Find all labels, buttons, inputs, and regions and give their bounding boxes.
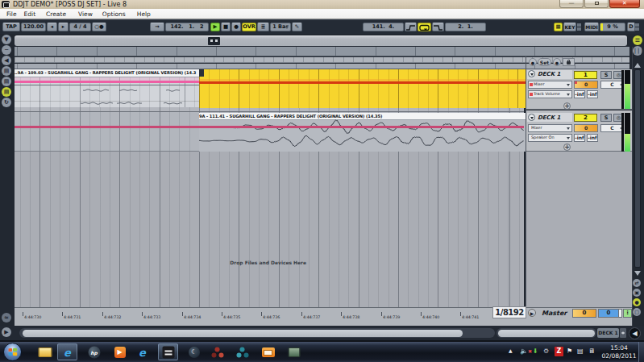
tray-clock-date[interactable]: 02/08/2011	[598, 352, 640, 360]
track2-lane[interactable]: 9A - 111.41 - SUGARHILL GANG - RAPPERS D…	[15, 111, 524, 152]
tray-clock-time[interactable]: 15:04	[603, 344, 635, 352]
h-scrollbar2-thumb[interactable]	[498, 330, 595, 337]
tray-action-center-icon[interactable]: ⚑	[567, 347, 572, 355]
tray-volume-muted-icon[interactable]: 🔈✖	[520, 347, 532, 355]
track1-pan-value[interactable]: C	[600, 81, 624, 89]
track2-envelope-line[interactable]	[15, 126, 524, 128]
tray-zonealarm-icon[interactable]: Z	[555, 347, 563, 356]
master-fold-icon[interactable]: ▶	[528, 309, 536, 317]
track1-envelope-line-pink[interactable]	[15, 81, 199, 83]
loop-start-field[interactable]: 141. 4.	[363, 23, 404, 31]
track1-header[interactable]: DECK 1 1 S ◎ Mixer 0 C Track Volume -inf…	[526, 69, 632, 110]
track1-envelope-line-red[interactable]	[199, 81, 526, 84]
scroll-up-icon[interactable]	[634, 60, 641, 68]
plugin-browser-icon[interactable]: ◀	[2, 56, 11, 65]
nudge-up-button[interactable]: ▸	[58, 23, 69, 31]
browser-chooser-icon[interactable]: ▼	[2, 35, 11, 44]
file-browser-2-icon[interactable]: ▤	[2, 77, 11, 86]
tray-update-icon[interactable]: ⬇	[533, 347, 538, 355]
menu-create[interactable]: Create	[46, 10, 66, 18]
hot-swap-icon[interactable]: ↻	[2, 98, 11, 107]
track2-control-chooser[interactable]: Speaker On	[528, 134, 572, 142]
track2-add-lane-button[interactable]: +	[563, 144, 571, 151]
track2-pan-value[interactable]: C	[600, 124, 624, 132]
taskbar-media-icon[interactable]: ▶	[110, 343, 130, 360]
track1-clip-left[interactable]: ..9A - 109.03 - SUGARHILL GANG - RAPPERS…	[15, 69, 199, 107]
delay-section-toggle-icon[interactable]: ▢	[633, 308, 641, 316]
track2-header[interactable]: DECK 1 2 S ◎ Mixer 0 C Speaker On -inf -…	[526, 110, 632, 152]
taskbar-mail-icon[interactable]	[258, 343, 278, 360]
follow-button[interactable]: →	[150, 23, 164, 31]
file-browser-3-icon[interactable]: ▤	[2, 87, 11, 97]
arrangement-position-display[interactable]: 142. 1. 2	[165, 23, 209, 31]
beat-time-ruler[interactable]	[15, 47, 629, 56]
back-to-arrangement-button[interactable]: ≣	[257, 23, 269, 31]
h-scrollbar-thumb[interactable]	[23, 330, 463, 337]
vertical-scrollbar[interactable]	[634, 69, 641, 268]
punch-in-button[interactable]	[405, 23, 417, 31]
overdub-button[interactable]: OVR	[242, 23, 256, 31]
detail-view-toggle-icon[interactable]: ▶	[2, 327, 11, 337]
io-section-toggle-icon[interactable]: ⇄	[633, 279, 641, 287]
taskbar-ie-icon[interactable]: e	[57, 343, 77, 360]
track2-solo-button[interactable]: S	[600, 114, 612, 122]
menu-edit[interactable]: Edit	[24, 10, 36, 18]
master-pan[interactable]: 0	[598, 309, 619, 318]
show-desktop-button[interactable]	[638, 342, 644, 362]
menu-view[interactable]: View	[78, 10, 93, 18]
menu-file[interactable]: File	[6, 10, 17, 18]
track1-device-chooser[interactable]: Mixer	[528, 81, 572, 89]
track1-send-b[interactable]: -inf	[587, 90, 598, 98]
track2-fold-icon[interactable]	[528, 114, 535, 121]
returns-section-toggle-icon[interactable]: ●	[633, 298, 641, 306]
file-browser-1-icon[interactable]: ▤	[2, 66, 11, 76]
track2-activator-button[interactable]: 2	[574, 114, 597, 122]
track1-control-chooser[interactable]: Track Volume	[528, 90, 572, 98]
taskbar-explorer-icon[interactable]	[35, 343, 55, 360]
next-locator-button[interactable]: ●	[553, 58, 561, 66]
track1-name[interactable]: DECK 1	[538, 71, 560, 77]
menu-help[interactable]: Help	[137, 10, 151, 18]
track2-name[interactable]: DECK 1	[538, 114, 560, 121]
status-track-selector[interactable]: DECK 1	[597, 328, 619, 338]
taskbar-live-icon[interactable]	[158, 343, 178, 360]
track1-fold-icon[interactable]	[528, 70, 535, 77]
quantization-chooser[interactable]: 1 Bar	[270, 23, 291, 31]
track1-lane[interactable]: ..9A - 109.03 - SUGARHILL GANG - RAPPERS…	[15, 69, 524, 112]
lock-envelopes-button[interactable]	[563, 58, 575, 66]
set-locator-button[interactable]: Set	[538, 58, 551, 66]
track1-volume-value[interactable]: 0	[574, 81, 598, 89]
nudge-down-button[interactable]: ◂	[47, 23, 57, 31]
loop-length-field[interactable]: 2. 1.	[445, 23, 486, 31]
key-map-button[interactable]: KEY	[563, 23, 576, 31]
drop-area-header-side[interactable]	[526, 152, 632, 307]
groove-pool-icon[interactable]: ≈	[2, 313, 11, 322]
track2-device-chooser[interactable]: Mixer	[528, 124, 572, 132]
track2-send-b[interactable]: -inf	[587, 134, 598, 142]
close-button[interactable]: ✕	[609, 0, 640, 8]
tempo-field[interactable]: 120.00	[21, 23, 46, 31]
record-button[interactable]: ●	[231, 23, 241, 31]
taskbar-hp-icon[interactable]: hp	[84, 343, 104, 360]
play-button[interactable]: ▶	[210, 23, 220, 31]
tray-show-hidden-icon[interactable]: ▲	[509, 347, 513, 353]
computer-midi-keyboard-button[interactable]: ▦	[554, 23, 563, 31]
scroll-down-icon[interactable]	[634, 271, 641, 279]
time-signature-field[interactable]: 4 / 4	[69, 23, 91, 31]
track1-send-a[interactable]: -inf	[574, 90, 585, 98]
stop-button[interactable]: ■	[221, 23, 231, 31]
tray-network-icon[interactable]: 🖥	[588, 347, 595, 355]
mixer-section-toggle-icon[interactable]: ▣	[633, 289, 641, 297]
window-titlebar[interactable]: DDJT DEMO* [POSS DJ SET] - Live 8 — ✕	[0, 0, 644, 9]
hide-detail-icon[interactable]: ◀	[629, 327, 641, 339]
start-button[interactable]	[3, 343, 22, 361]
bottom-time-ruler[interactable]: 4:44:730 4:44:731 4:44:732 4:44:733 4:44…	[15, 307, 632, 326]
overview-viewport-marker[interactable]	[208, 37, 220, 45]
track1-add-lane-button[interactable]: +	[563, 102, 571, 110]
track1-activator-button[interactable]: 1	[574, 71, 597, 79]
draw-mode-button[interactable]: ✎	[292, 23, 302, 31]
taskbar-teal-icon[interactable]	[232, 343, 252, 360]
taskbar-quicktime-icon[interactable]: ☾	[184, 343, 204, 360]
tap-tempo-button[interactable]: TAP	[2, 23, 20, 31]
arrangement-view-selector-icon[interactable]: ☰	[633, 35, 642, 45]
